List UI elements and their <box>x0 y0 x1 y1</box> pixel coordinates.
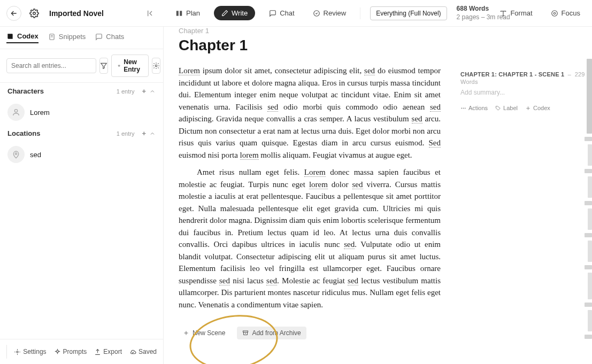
codex-settings-button[interactable] <box>152 58 160 74</box>
collapse-locations-button[interactable] <box>149 130 156 137</box>
entry-location-sed[interactable]: sed <box>0 142 163 167</box>
add-from-archive-button[interactable]: Add from Archive <box>237 327 306 339</box>
new-scene-label: New Scene <box>193 329 225 337</box>
collapse-sidebar-button[interactable] <box>144 7 157 20</box>
scene-actions: New Scene Add from Archive <box>179 327 441 339</box>
svg-point-0 <box>33 12 36 14</box>
panel-collapse-icon <box>147 9 155 18</box>
paragraph-1[interactable]: Lorem ipsum dolor sit amet, consectetur … <box>179 65 441 161</box>
scope-selector[interactable]: Everything (Full Novel) <box>370 6 447 20</box>
pencil-icon <box>221 10 228 17</box>
section-locations-header[interactable]: Locations 1 entry + <box>0 125 163 142</box>
chat-label: Chat <box>280 9 294 17</box>
sparkle-icon <box>54 348 61 355</box>
focus-label: Focus <box>562 9 580 17</box>
gear-icon <box>14 348 21 355</box>
chat-button[interactable]: Chat <box>265 6 298 20</box>
svg-rect-1 <box>176 11 179 16</box>
footer-saved-label: Saved <box>139 348 157 355</box>
plan-icon <box>175 10 183 17</box>
minimap[interactable] <box>585 59 592 339</box>
add-from-archive-label: Add from Archive <box>252 329 301 337</box>
svg-point-4 <box>553 12 556 14</box>
sidebar-footer: Settings Prompts Export Saved <box>0 339 163 364</box>
tab-chats[interactable]: Chats <box>95 32 124 43</box>
focus-button[interactable]: Focus <box>547 6 585 20</box>
new-scene-button[interactable]: New Scene <box>179 327 229 339</box>
svg-point-13 <box>463 107 464 109</box>
add-location-button[interactable]: + <box>142 129 146 137</box>
gear-icon <box>29 9 39 18</box>
character-avatar <box>7 104 25 121</box>
svg-point-5 <box>551 10 557 16</box>
sidebar-tabs: Codex Snippets Chats <box>0 27 163 49</box>
search-row: New Entry <box>0 49 163 83</box>
gear-icon <box>152 62 160 69</box>
summary-input[interactable]: Add summary... <box>460 89 586 96</box>
section-locations-count: 1 entry <box>117 130 135 137</box>
footer-prompts[interactable]: Prompts <box>54 348 87 355</box>
tab-snippets[interactable]: Snippets <box>48 32 86 43</box>
tab-codex[interactable]: Codex <box>6 32 39 43</box>
actions-menu[interactable]: Actions <box>460 105 488 111</box>
archive-icon <box>242 330 249 336</box>
snippets-icon <box>48 33 56 41</box>
format-icon <box>499 10 507 17</box>
collapse-characters-button[interactable] <box>149 88 156 95</box>
write-button[interactable]: Write <box>214 6 255 20</box>
main-area: Codex Snippets Chats New Entry <box>0 27 592 364</box>
review-button[interactable]: Review <box>309 6 351 20</box>
section-characters-count: 1 entry <box>117 88 135 95</box>
chat-icon <box>269 10 276 17</box>
right-panel: CHAPTER 1: CHAPTER 1 - SCENE 1 – 229 Wor… <box>454 27 592 364</box>
chats-icon <box>95 33 103 41</box>
chevron-up-icon <box>149 88 156 95</box>
plan-label: Plan <box>186 9 200 17</box>
entry-character-lorem[interactable]: Lorem <box>0 99 163 125</box>
scene-controls: Actions Label Codex <box>460 105 586 111</box>
chapter-label: Chapter 1 <box>179 27 441 35</box>
filter-button[interactable] <box>99 58 108 74</box>
section-characters-header[interactable]: Characters 1 entry + <box>0 83 163 99</box>
entry-label: Lorem <box>30 109 50 117</box>
chapter-title: Chapter 1 <box>179 37 441 54</box>
svg-point-12 <box>461 107 462 109</box>
scene-header: CHAPTER 1: CHAPTER 1 - SCENE 1 – 229 Wor… <box>460 71 585 85</box>
settings-gear-button[interactable] <box>27 6 42 21</box>
tab-snippets-label: Snippets <box>59 33 86 41</box>
svg-point-8 <box>14 110 17 112</box>
editor-area[interactable]: Chapter 1 Chapter 1 Lorem ipsum dolor si… <box>164 27 454 364</box>
add-character-button[interactable]: + <box>142 87 146 95</box>
plus-icon <box>183 330 189 336</box>
focus-icon <box>551 10 558 17</box>
format-label: Format <box>510 9 532 17</box>
svg-point-10 <box>17 351 18 352</box>
svg-point-7 <box>155 65 157 67</box>
review-icon <box>313 10 320 17</box>
new-entry-button[interactable]: New Entry <box>111 55 149 77</box>
tag-icon <box>495 105 501 111</box>
pin-icon <box>12 150 20 159</box>
location-avatar <box>7 146 25 163</box>
arrow-left-icon <box>10 9 18 18</box>
footer-saved[interactable]: Saved <box>129 348 157 355</box>
footer-settings[interactable]: Settings <box>14 348 46 355</box>
footer-settings-label: Settings <box>23 348 46 355</box>
export-icon <box>94 348 101 355</box>
search-input[interactable] <box>6 58 96 73</box>
book-icon <box>6 33 14 40</box>
section-locations-title: Locations <box>7 129 40 137</box>
plan-button[interactable]: Plan <box>171 6 204 20</box>
section-characters-title: Characters <box>7 87 44 95</box>
document-title: Imported Novel <box>49 9 104 18</box>
codex-button[interactable]: Codex <box>525 105 550 111</box>
format-button[interactable]: Format <box>495 6 536 20</box>
paragraph-2[interactable]: Amet risus nullam eget felis. Lorem done… <box>179 166 441 311</box>
footer-export[interactable]: Export <box>94 348 122 355</box>
label-button[interactable]: Label <box>495 105 518 111</box>
tab-chats-label: Chats <box>106 33 124 41</box>
topbar: Imported Novel Plan Write Chat Review Ev… <box>0 0 592 27</box>
new-entry-label: New Entry <box>124 58 142 73</box>
back-button[interactable] <box>6 6 21 21</box>
svg-point-9 <box>15 153 17 154</box>
